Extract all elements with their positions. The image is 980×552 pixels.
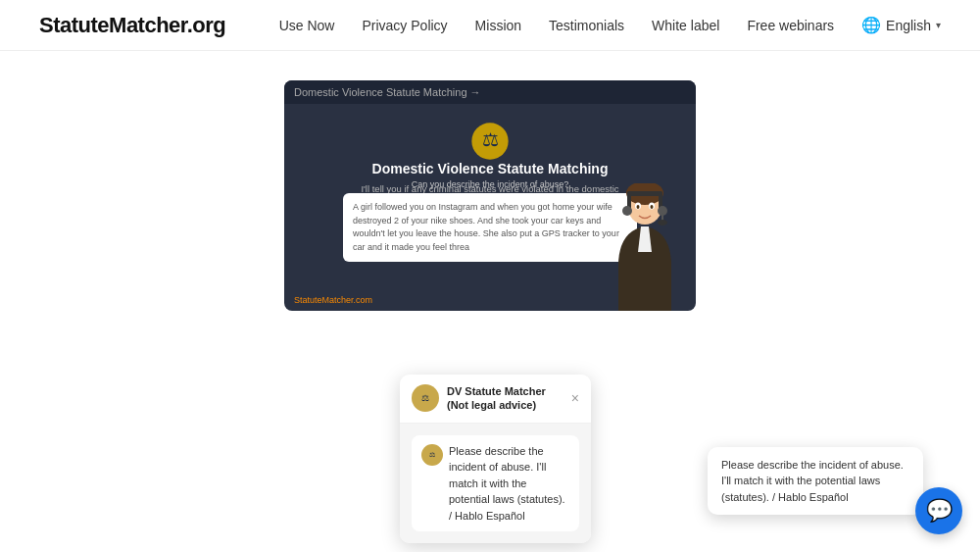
chat-avatar-icon: ⚖ [412, 384, 439, 412]
chat-bubble-icon: 💬 [926, 498, 953, 524]
tooltip-text: Please describe the incident of abuse. I… [721, 459, 904, 503]
video-text-box: A girl followed you on Instagram and whe… [343, 193, 637, 262]
nav-white-label[interactable]: White label [652, 18, 719, 33]
video-preview: Domestic Violence Statute Matching → ⚖ D… [284, 80, 696, 311]
float-chat-button[interactable]: 💬 [915, 487, 962, 534]
svg-rect-6 [627, 191, 662, 196]
chat-message-avatar: ⚖ [421, 444, 443, 466]
justice-icon: ⚖ [470, 122, 510, 161]
svg-text:⚖: ⚖ [421, 393, 429, 403]
site-header: StatuteMatcher.org Use Now Privacy Polic… [0, 0, 980, 51]
nav-webinars[interactable]: Free webinars [747, 18, 834, 33]
nav-use-now[interactable]: Use Now [279, 18, 335, 33]
chat-message-text: Please describe the incident of abuse. I… [449, 443, 569, 525]
main-nav: Use Now Privacy Policy Mission Testimoni… [279, 16, 941, 34]
chat-body: ⚖ Please describe the incident of abuse.… [400, 424, 591, 544]
chat-header-title: DV Statute Matcher (Not legal advice) [447, 384, 564, 413]
logo: StatuteMatcher.org [39, 13, 225, 38]
video-footer-logo: StatuteMatcher.com [294, 295, 372, 305]
video-bar: Domestic Violence Statute Matching → [284, 80, 696, 104]
svg-text:⚖: ⚖ [482, 129, 499, 150]
chat-header: ⚖ DV Statute Matcher (Not legal advice) … [400, 375, 591, 424]
nav-testimonials[interactable]: Testimonials [549, 18, 624, 33]
chat-message: ⚖ Please describe the incident of abuse.… [412, 435, 579, 532]
video-bar-label: Domestic Violence Statute Matching → [294, 86, 481, 98]
person-figure [601, 183, 689, 311]
svg-point-13 [636, 205, 639, 209]
chevron-down-icon: ▾ [936, 20, 941, 30]
svg-point-10 [658, 220, 667, 226]
globe-icon: 🌐 [861, 16, 881, 34]
nav-privacy[interactable]: Privacy Policy [362, 18, 447, 33]
video-input-label: Can you describe the incident of abuse? [343, 179, 637, 189]
svg-point-7 [622, 206, 632, 216]
svg-text:⚖: ⚖ [429, 451, 435, 458]
language-selector[interactable]: 🌐 English ▾ [861, 16, 941, 34]
nav-mission[interactable]: Mission [475, 18, 521, 33]
svg-point-14 [650, 205, 653, 209]
chat-close-button[interactable]: × [571, 391, 579, 405]
person-avatar [598, 174, 691, 311]
chat-widget: ⚖ DV Statute Matcher (Not legal advice) … [400, 375, 591, 543]
video-title: Domestic Violence Statute Matching [372, 161, 609, 176]
bottom-tooltip: Please describe the incident of abuse. I… [708, 447, 923, 516]
main-content: Domestic Violence Statute Matching → ⚖ D… [0, 51, 980, 340]
